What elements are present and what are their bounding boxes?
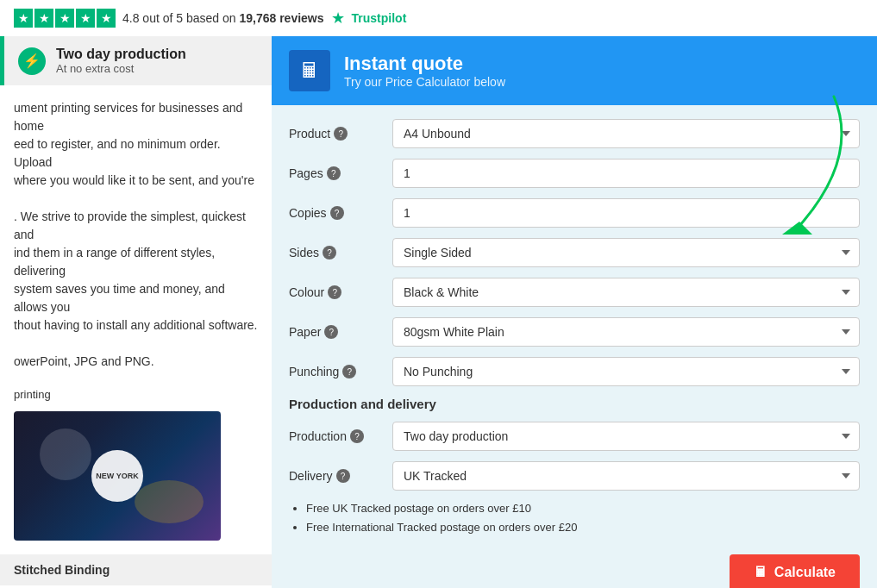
quote-form: Product ? A4 Unbound Pages ? Copies [272, 105, 877, 558]
body-text: ument printing services for businesses a… [0, 85, 272, 385]
production-help-icon[interactable]: ? [350, 429, 364, 443]
delivery-notes: Free UK Tracked postage on orders over £… [289, 501, 860, 535]
colour-row: Colour ? Black & White [289, 278, 860, 307]
star-rating: ★ ★ ★ ★ ★ [14, 9, 116, 28]
copies-row: Copies ? [289, 198, 860, 228]
product-help-icon[interactable]: ? [334, 127, 348, 141]
two-day-text: Two day production At no extra cost [56, 47, 186, 75]
delivery-label: Delivery ? [289, 469, 392, 483]
product-label: Product ? [289, 127, 392, 141]
trustpilot-icon: ★ [331, 9, 345, 28]
calculate-button[interactable]: 🖩 Calculate [730, 554, 860, 588]
production-delivery-title: Production and delivery [289, 397, 860, 411]
main-layout: ⚡ Two day production At no extra cost um… [0, 36, 877, 588]
body-formats: owerPoint, JPG and PNG. [14, 353, 258, 371]
left-panel: ⚡ Two day production At no extra cost um… [0, 36, 272, 588]
quote-title: Instant quote [344, 53, 505, 75]
product-select[interactable]: A4 Unbound [392, 119, 860, 148]
right-panel: 🖩 Instant quote Try our Price Calculator… [272, 36, 877, 588]
punching-label: Punching ? [289, 365, 392, 378]
paper-help-icon[interactable]: ? [324, 325, 338, 339]
copies-input[interactable] [392, 198, 860, 228]
trustpilot-bar: ★ ★ ★ ★ ★ 4.8 out of 5 based on 19,768 r… [0, 0, 877, 36]
delivery-note-2: Free International Tracked postage on or… [306, 520, 860, 535]
printing-label: printing [0, 385, 272, 404]
sides-select[interactable]: Single Sided [392, 238, 860, 267]
image-label: NEW YORK [91, 450, 143, 502]
star-5: ★ [97, 9, 116, 28]
body-para-2: eed to register, and no minimum order. U… [14, 135, 258, 172]
quote-header: 🖩 Instant quote Try our Price Calculator… [272, 36, 877, 105]
colour-label: Colour ? [289, 285, 392, 299]
quote-header-text: Instant quote Try our Price Calculator b… [344, 53, 505, 89]
body-para-4: . We strive to provide the simplest, qui… [14, 208, 258, 244]
punching-select[interactable]: No Punching [392, 357, 860, 386]
paper-row: Paper ? 80gsm White Plain [289, 317, 860, 347]
banner-subtitle: At no extra cost [56, 62, 186, 75]
sides-help-icon[interactable]: ? [323, 246, 336, 260]
colour-select[interactable]: Black & White [392, 278, 860, 307]
body-para-3: where you would like it to be sent, and … [14, 172, 258, 190]
body-para-1: ument printing services for businesses a… [14, 99, 258, 135]
production-label: Production ? [289, 429, 392, 443]
paper-select[interactable]: 80gsm White Plain [392, 317, 860, 347]
sides-row: Sides ? Single Sided [289, 238, 860, 267]
paper-label: Paper ? [289, 325, 392, 339]
delivery-row: Delivery ? UK Tracked [289, 461, 860, 491]
two-day-icon: ⚡ [18, 47, 46, 75]
trustpilot-rating: 4.8 out of 5 based on 19,768 reviews [122, 11, 324, 25]
punching-row: Punching ? No Punching [289, 357, 860, 386]
calculator-icon: 🖩 [289, 50, 330, 91]
delivery-help-icon[interactable]: ? [336, 469, 350, 483]
calculate-label: Calculate [774, 565, 836, 580]
sides-label: Sides ? [289, 246, 392, 260]
pages-input[interactable] [392, 159, 860, 188]
product-row: Product ? A4 Unbound [289, 119, 860, 148]
copies-help-icon[interactable]: ? [330, 206, 344, 220]
star-3: ★ [55, 9, 74, 28]
quote-subtitle: Try our Price Calculator below [344, 75, 505, 89]
production-row: Production ? Two day production [289, 422, 860, 451]
pages-row: Pages ? [289, 159, 860, 188]
trustpilot-logo: Trustpilot [352, 11, 407, 25]
copies-label: Copies ? [289, 206, 392, 220]
book-image: NEW YORK [14, 411, 221, 541]
star-4: ★ [76, 9, 95, 28]
calculate-icon: 🖩 [754, 565, 767, 580]
colour-help-icon[interactable]: ? [328, 285, 341, 299]
binding-section: Stitched Binding [0, 554, 272, 585]
production-select[interactable]: Two day production [392, 422, 860, 451]
punching-help-icon[interactable]: ? [342, 365, 356, 378]
banner-title: Two day production [56, 47, 186, 62]
body-para-7: thout having to install any additional s… [14, 316, 258, 335]
body-para-6: system saves you time and money, and all… [14, 280, 258, 316]
body-para-5: ind them in a range of different styles,… [14, 244, 258, 280]
star-2: ★ [34, 9, 53, 28]
image-section: NEW YORK [0, 404, 272, 547]
delivery-select[interactable]: UK Tracked [392, 461, 860, 491]
star-1: ★ [14, 9, 33, 28]
pages-help-icon[interactable]: ? [327, 166, 341, 180]
pages-label: Pages ? [289, 166, 392, 180]
two-day-banner: ⚡ Two day production At no extra cost [0, 36, 272, 85]
delivery-note-1: Free UK Tracked postage on orders over £… [306, 501, 860, 516]
